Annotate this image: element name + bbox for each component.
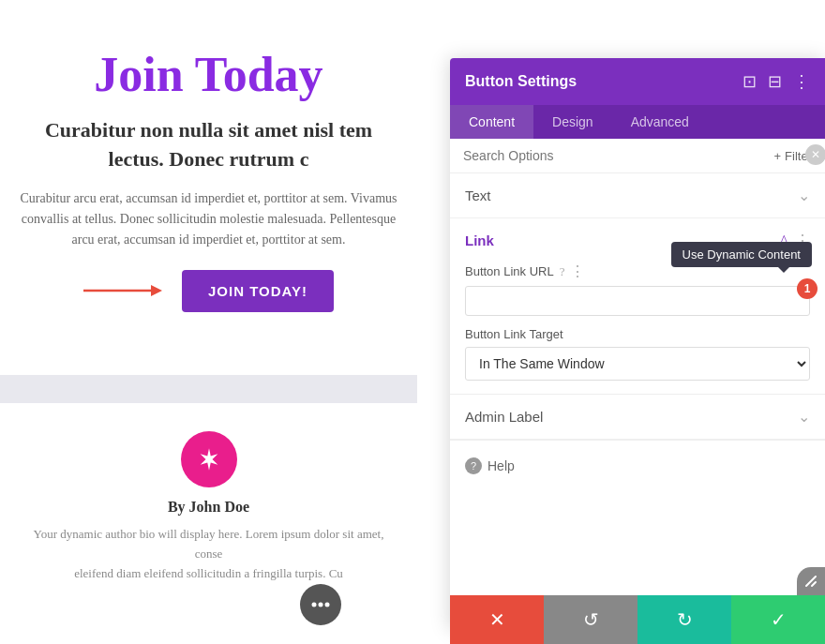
section-divider [0, 375, 417, 403]
redo-icon: ↻ [677, 608, 693, 631]
body-text: Curabitur arcu erat, accumsan id imperdi… [20, 188, 397, 251]
admin-chevron-icon: ⌄ [798, 408, 810, 426]
subtitle: Curabitur non nulla sit amet nisl temlec… [45, 116, 372, 174]
bottom-action-bar: ✕ ↺ ↻ ✓ [450, 595, 825, 644]
search-row: + Filter [450, 139, 825, 173]
target-select[interactable]: In The Same Window In A New Window [465, 347, 810, 381]
tab-advanced[interactable]: Advanced [612, 105, 708, 139]
join-today-button[interactable]: JOIN TODAY! [182, 270, 334, 312]
undo-icon: ↺ [583, 608, 599, 631]
link-url-field: Button Link URL ? ⋮ 1 [450, 262, 825, 327]
url-more-icon[interactable]: ⋮ [570, 262, 585, 280]
author-avatar [181, 431, 237, 487]
arrow-indicator [83, 281, 168, 300]
tab-content[interactable]: Content [450, 105, 533, 139]
admin-section-toggle[interactable]: Admin Label ⌄ [450, 395, 825, 440]
target-label: Button Link Target [465, 327, 810, 341]
panel-title: Button Settings [465, 73, 577, 90]
admin-section-label: Admin Label [465, 409, 543, 425]
link-section-title: Link [465, 232, 494, 248]
url-field-label: Button Link URL [465, 264, 554, 278]
svg-marker-1 [151, 285, 162, 296]
dynamic-content-badge[interactable]: 1 [797, 278, 818, 299]
text-section-label: Text [465, 187, 491, 203]
cancel-icon: ✕ [489, 608, 505, 631]
author-bio: Your dynamic author bio will display her… [19, 525, 398, 583]
svg-point-3 [319, 603, 323, 607]
help-icon: ? [465, 457, 482, 474]
cta-row: JOIN TODAY! [83, 270, 334, 312]
url-info-icon[interactable]: ? [560, 264, 565, 279]
panel-layout-icon[interactable]: ⊟ [768, 71, 782, 92]
panel-close-button[interactable]: ✕ [805, 144, 825, 165]
author-section: By John Doe Your dynamic author bio will… [0, 403, 417, 602]
join-title: Join Today [19, 47, 398, 102]
panel-header: Button Settings ⊡ ⊟ ⋮ [450, 58, 825, 105]
confirm-icon: ✓ [771, 608, 787, 631]
cancel-button[interactable]: ✕ [450, 595, 544, 644]
more-options-button[interactable] [300, 584, 341, 625]
search-input[interactable] [463, 148, 774, 163]
help-row[interactable]: ? Help [450, 441, 825, 491]
text-chevron-icon: ⌄ [798, 187, 810, 204]
panel-header-icons: ⊡ ⊟ ⋮ [742, 71, 810, 92]
panel-tabs: Content Design Advanced [450, 105, 825, 139]
tab-design[interactable]: Design [533, 105, 612, 139]
confirm-button[interactable]: ✓ [731, 595, 825, 644]
help-text: Help [488, 458, 515, 473]
link-target-row: Button Link Target In The Same Window In… [450, 327, 825, 394]
svg-point-2 [312, 603, 317, 607]
corner-close-handle[interactable] [797, 567, 825, 595]
admin-section: Admin Label ⌄ [450, 395, 825, 441]
text-section-toggle[interactable]: Text ⌄ [450, 173, 825, 218]
svg-point-4 [325, 603, 330, 607]
dynamic-content-tooltip: Use Dynamic Content [671, 242, 812, 267]
button-settings-panel: Button Settings ⊡ ⊟ ⋮ Content Design Adv… [450, 58, 825, 630]
panel-resize-icon[interactable]: ⊡ [742, 71, 757, 92]
url-input[interactable] [465, 286, 810, 316]
author-name: By John Doe [168, 499, 249, 516]
redo-button[interactable]: ↻ [638, 595, 731, 644]
undo-button[interactable]: ↺ [544, 595, 638, 644]
panel-more-icon[interactable]: ⋮ [793, 71, 810, 92]
url-input-row: 1 [465, 286, 810, 316]
